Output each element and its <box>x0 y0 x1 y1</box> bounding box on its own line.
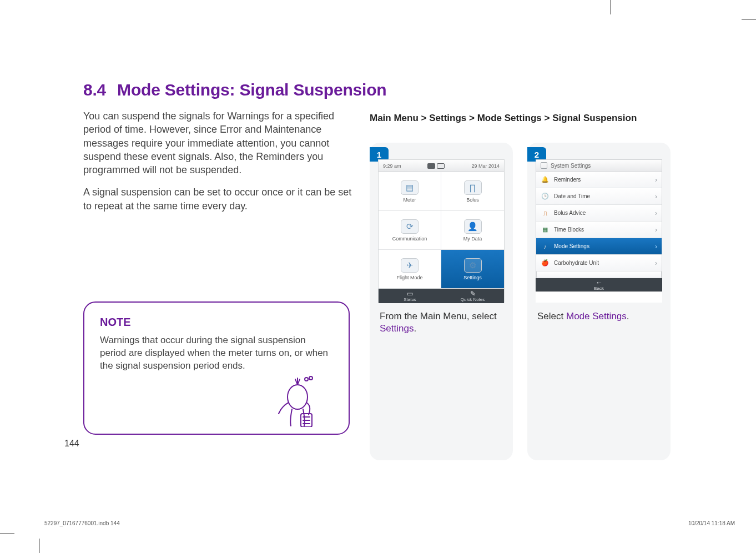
menu-item-meter[interactable]: ▤ Meter <box>379 172 441 211</box>
section-heading: 8.4Mode Settings: Signal Suspension <box>83 81 672 99</box>
page-number: 144 <box>64 439 79 449</box>
device-settings-list-screenshot: System Settings 🔔 Reminders › <box>536 159 662 303</box>
menu-item-flight-mode[interactable]: ✈ Flight Mode <box>379 250 441 289</box>
step-panel-2: 2 System Settings 🔔 Remi <box>527 143 671 460</box>
softkey-status[interactable]: ▭Status <box>379 289 441 303</box>
time-blocks-icon: ▦ <box>541 225 550 234</box>
menu-item-communication[interactable]: ⟳ Communication <box>379 211 441 250</box>
flight-mode-icon: ✈ <box>401 258 419 273</box>
footer-filename: 52297_07167776001.indb 144 <box>44 520 120 526</box>
crop-mark <box>39 539 39 553</box>
footer-timestamp: 10/20/14 11:18 AM <box>688 520 735 526</box>
bolus-icon: ∏ <box>464 180 482 195</box>
chevron-right-icon: › <box>655 259 657 267</box>
bolus-advice-icon: ⎍ <box>541 209 550 218</box>
my-data-icon: 👤 <box>464 219 482 234</box>
step-caption: Select Mode Settings. <box>527 303 671 323</box>
softkey-back[interactable]: ← Back <box>536 278 662 291</box>
crop-mark <box>742 19 756 19</box>
status-icons <box>427 163 445 169</box>
svg-point-0 <box>309 376 313 380</box>
note-heading: NOTE <box>100 316 333 329</box>
settings-icon: ⚙ <box>464 258 482 273</box>
settings-row-carb-unit[interactable]: 🍎 Carbohydrate Unit › <box>536 255 662 272</box>
device-main-menu-screenshot: 9:29 am 29 Mar 2014 ▤ Meter <box>378 159 505 303</box>
meter-icon: ▤ <box>401 180 419 195</box>
crop-mark <box>611 0 611 14</box>
status-icon: ▭ <box>407 290 413 297</box>
settings-row-bolus-advice[interactable]: ⎍ Bolus Advice › <box>536 205 662 222</box>
device-header: System Settings <box>536 159 662 172</box>
step-panel-1: 1 9:29 am 29 Mar 2014 ▤ <box>370 143 513 460</box>
section-title: Mode Settings: Signal Suspension <box>117 81 386 99</box>
breadcrumb: Main Menu > Settings > Mode Settings > S… <box>370 113 672 124</box>
svg-point-1 <box>305 378 308 381</box>
settings-row-reminders[interactable]: 🔔 Reminders › <box>536 172 662 188</box>
softkey-quick-notes[interactable]: ✎Quick Notes <box>441 289 504 303</box>
caption-link: Mode Settings <box>566 311 627 321</box>
quick-notes-icon: ✎ <box>470 290 476 297</box>
settings-header-icon <box>541 162 547 169</box>
communication-icon: ⟳ <box>401 219 419 234</box>
caption-link: Settings <box>380 323 414 334</box>
device-time: 9:29 am <box>383 163 401 169</box>
section-number: 8.4 <box>83 81 106 99</box>
note-text: Warnings that occur during the signal su… <box>100 334 333 373</box>
step-caption: From the Main Menu, select Settings. <box>370 303 513 335</box>
note-box: NOTE Warnings that occur during the sign… <box>83 301 350 435</box>
back-arrow-icon: ← <box>596 279 603 286</box>
chevron-right-icon: › <box>655 209 657 217</box>
crop-mark <box>0 534 14 534</box>
chevron-right-icon: › <box>655 243 657 250</box>
body-paragraph: A signal suspension can be set to occur … <box>83 185 355 213</box>
svg-point-2 <box>288 385 308 409</box>
menu-item-bolus[interactable]: ∏ Bolus <box>441 172 504 211</box>
settings-row-date-time[interactable]: 🕒 Date and Time › <box>536 188 662 205</box>
menu-item-settings[interactable]: ⚙ Settings <box>441 250 504 289</box>
carb-unit-icon: 🍎 <box>541 259 550 268</box>
chevron-right-icon: › <box>655 176 657 184</box>
device-date: 29 Mar 2014 <box>471 163 500 169</box>
chevron-right-icon: › <box>655 193 657 200</box>
settings-row-time-blocks[interactable]: ▦ Time Blocks › <box>536 222 662 238</box>
settings-row-mode-settings[interactable]: ♪ Mode Settings › <box>536 238 662 255</box>
body-paragraph: You can suspend the signals for Warnings… <box>83 109 355 177</box>
mode-settings-icon: ♪ <box>541 242 550 251</box>
note-illustration-character <box>272 371 322 429</box>
clock-icon: 🕒 <box>541 192 550 201</box>
bell-icon: 🔔 <box>541 175 550 184</box>
menu-item-my-data[interactable]: 👤 My Data <box>441 211 504 250</box>
chevron-right-icon: › <box>655 226 657 234</box>
partial-row <box>536 272 662 278</box>
